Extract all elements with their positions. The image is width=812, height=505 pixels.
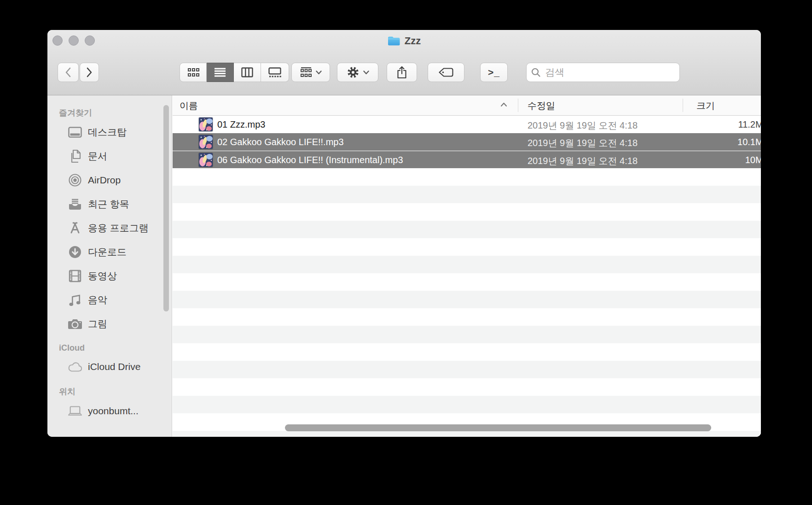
column-divider[interactable] xyxy=(683,99,683,112)
tag-button[interactable] xyxy=(428,63,464,82)
empty-row-stripe xyxy=(173,308,761,326)
sidebar-item-label: 응용 프로그램 xyxy=(88,222,149,235)
empty-row-stripe xyxy=(173,361,761,378)
file-date-modified: 2019년 9월 19일 오전 4:18 xyxy=(528,137,638,149)
empty-row-stripe xyxy=(173,186,761,203)
sidebar-item-label: 음악 xyxy=(88,294,107,306)
folder-icon xyxy=(388,36,400,46)
terminal-button[interactable]: >_ xyxy=(480,63,508,82)
empty-row-stripe xyxy=(173,221,761,238)
window-title-text: Zzz xyxy=(405,35,421,47)
window-content: 즐겨찾기데스크탑문서AirDrop최근 항목응용 프로그램다운로드동영상음악그림… xyxy=(47,95,761,437)
sidebar-section-label: iCloud xyxy=(59,343,172,353)
sidebar-item-label: 동영상 xyxy=(88,270,117,282)
list-rows: 01 Zzz.mp32019년 9월 19일 오전 4:1811.2MB02 G… xyxy=(173,116,761,437)
empty-row-stripe xyxy=(173,273,761,291)
sidebar-item-label: 최근 항목 xyxy=(88,198,129,211)
tag-icon xyxy=(439,68,453,77)
downloads-icon xyxy=(68,245,82,259)
finder-window: Zzz xyxy=(47,30,761,437)
recents-icon xyxy=(68,197,82,211)
sidebar-section-label: 위치 xyxy=(59,386,172,397)
sidebar-item-데스크탑[interactable]: 데스크탑 xyxy=(47,120,172,144)
desktop-icon xyxy=(68,125,82,140)
empty-row-stripe xyxy=(173,396,761,413)
search-icon xyxy=(531,68,540,77)
forward-button[interactable] xyxy=(80,63,99,82)
file-date-modified: 2019년 9월 19일 오전 4:18 xyxy=(528,119,638,132)
cloud-icon xyxy=(68,359,82,374)
sort-ascending-icon xyxy=(500,102,507,107)
toolbar: >_ xyxy=(47,52,761,95)
column-header-size[interactable]: 크기 xyxy=(696,100,715,112)
window-chrome: Zzz xyxy=(47,30,761,95)
sidebar-item-label: iCloud Drive xyxy=(88,361,140,372)
column-header-name[interactable]: 이름 xyxy=(180,100,198,112)
sidebar-item-label: 데스크탑 xyxy=(88,126,127,139)
sidebar-item-icloud-drive[interactable]: iCloud Drive xyxy=(47,355,172,379)
sidebar-item-최근-항목[interactable]: 최근 항목 xyxy=(47,192,172,216)
movies-icon xyxy=(68,269,82,283)
file-name: 01 Zzz.mp3 xyxy=(217,119,265,130)
list-header: 이름 수정일 크기 xyxy=(173,95,761,116)
table-row[interactable]: 02 Gakkoo Gakkoo LIFE!!.mp32019년 9월 19일 … xyxy=(173,133,761,151)
empty-row-stripe xyxy=(173,326,761,343)
column-divider[interactable] xyxy=(518,99,518,112)
chevron-down-icon xyxy=(363,70,369,75)
gallery-view-icon xyxy=(268,67,281,77)
sidebar-item-그림[interactable]: 그림 xyxy=(47,312,172,336)
table-row[interactable]: 01 Zzz.mp32019년 9월 19일 오전 4:1811.2MB xyxy=(173,116,761,133)
back-button[interactable] xyxy=(58,63,79,82)
share-icon xyxy=(396,66,407,79)
list-view-button[interactable] xyxy=(207,63,234,82)
sidebar-item-yoonbumt-[interactable]: yoonbumt... xyxy=(47,399,172,423)
sidebar: 즐겨찾기데스크탑문서AirDrop최근 항목응용 프로그램다운로드동영상음악그림… xyxy=(47,95,172,437)
sidebar-item-동영상[interactable]: 동영상 xyxy=(47,264,172,288)
sidebar-item-응용-프로그램[interactable]: 응용 프로그램 xyxy=(47,216,172,240)
laptop-icon xyxy=(68,404,82,418)
table-row[interactable]: 06 Gakkoo Gakkoo LIFE!! (Instrumental).m… xyxy=(173,151,761,168)
gear-icon xyxy=(347,66,360,79)
sidebar-item-음악[interactable]: 음악 xyxy=(47,288,172,312)
terminal-label: >_ xyxy=(488,67,500,78)
column-header-date[interactable]: 수정일 xyxy=(528,100,555,112)
empty-row-stripe xyxy=(173,343,761,361)
file-size: 10MB xyxy=(679,155,761,165)
empty-row-stripe xyxy=(173,291,761,308)
titlebar[interactable]: Zzz xyxy=(47,30,761,52)
sidebar-item-label: AirDrop xyxy=(88,175,121,186)
album-art-icon xyxy=(199,135,213,149)
window-title: Zzz xyxy=(47,30,761,52)
gallery-view-button[interactable] xyxy=(261,63,289,82)
file-name: 06 Gakkoo Gakkoo LIFE!! (Instrumental).m… xyxy=(217,155,403,165)
sidebar-item-label: 다운로드 xyxy=(88,246,127,258)
music-icon xyxy=(68,293,82,307)
sidebar-item-다운로드[interactable]: 다운로드 xyxy=(47,240,172,264)
search-field[interactable] xyxy=(526,63,680,82)
column-view-icon xyxy=(241,67,253,77)
share-button[interactable] xyxy=(387,63,417,82)
file-size: 10.1MB xyxy=(679,137,761,147)
album-art-icon xyxy=(199,153,213,167)
file-name: 02 Gakkoo Gakkoo LIFE!!.mp3 xyxy=(217,137,344,147)
group-icon xyxy=(300,67,312,78)
file-size: 11.2MB xyxy=(679,119,761,130)
sidebar-item-airdrop[interactable]: AirDrop xyxy=(47,168,172,192)
horizontal-scrollbar[interactable] xyxy=(285,424,711,431)
action-button[interactable] xyxy=(337,63,378,82)
empty-row-stripe xyxy=(173,203,761,221)
search-input[interactable] xyxy=(544,66,675,78)
empty-row-stripe xyxy=(173,168,761,186)
column-view-button[interactable] xyxy=(234,63,261,82)
icon-view-button[interactable] xyxy=(180,63,207,82)
sidebar-item-문서[interactable]: 문서 xyxy=(47,144,172,168)
empty-row-stripe xyxy=(173,378,761,396)
sidebar-scrollbar[interactable] xyxy=(163,105,169,311)
icon-view-icon xyxy=(187,68,199,77)
applications-icon xyxy=(68,221,82,235)
sidebar-item-label: 그림 xyxy=(88,317,107,330)
album-art-icon xyxy=(199,117,213,131)
sidebar-item-label: 문서 xyxy=(88,150,107,163)
group-button[interactable] xyxy=(291,63,330,82)
sidebar-item-label: yoonbumt... xyxy=(88,405,139,417)
